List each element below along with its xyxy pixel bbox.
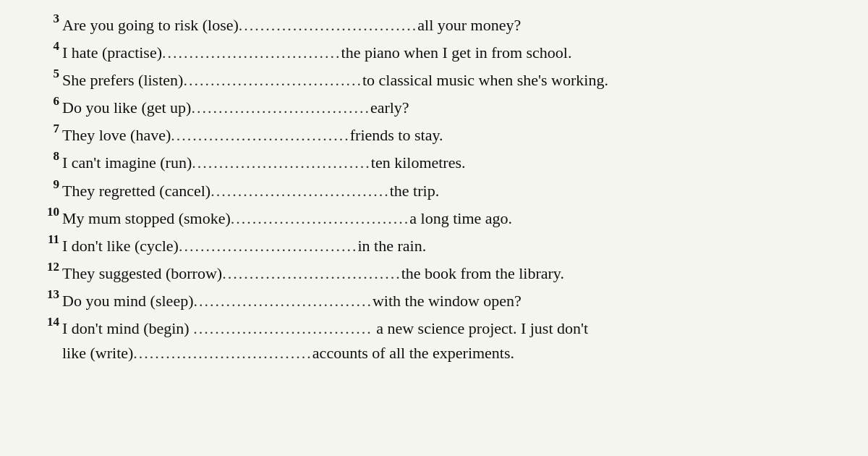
item-14-cont-after: accounts of all the experiments. [312, 344, 514, 363]
item-before: My mum stopped (smoke) [62, 209, 231, 227]
item-before: She prefers (listen) [62, 71, 183, 89]
item-after: the book from the library. [401, 264, 564, 282]
item-after: to classical music when she's working. [362, 71, 608, 89]
item-number: 13 [36, 287, 62, 300]
item-dots: ................................. [222, 264, 401, 282]
item-dots: ................................. [231, 209, 410, 227]
exercise-page: 3Are you going to risk (lose)...........… [0, 0, 868, 456]
item-before: They love (have) [62, 126, 171, 144]
item-dots: ................................. [192, 153, 371, 172]
item-number: 10 [36, 204, 62, 218]
item-after: in the rain. [357, 237, 426, 255]
item-number: 9 [36, 177, 62, 190]
list-item: 7They love (have).......................… [36, 123, 839, 148]
item-before: Do you mind (sleep) [62, 292, 193, 310]
item-before: They suggested (borrow) [62, 264, 222, 282]
item-dots: ................................. [162, 43, 341, 62]
item-after: early? [370, 98, 409, 117]
item-before: They regretted (cancel) [62, 182, 210, 200]
item-number: 5 [36, 66, 62, 80]
item-after: the piano when I get in from school. [341, 43, 572, 62]
item-content: Do you like (get up)....................… [62, 96, 839, 120]
item-content: They love (have)........................… [62, 123, 839, 148]
list-item: 9They regretted (cancel)................… [36, 179, 839, 203]
item-number: 4 [36, 38, 62, 52]
item-content: They suggested (borrow).................… [62, 261, 839, 286]
list-item: 6Do you like (get up)...................… [36, 96, 839, 120]
list-item: 8I can't imagine (run)..................… [36, 151, 839, 175]
item-before: I hate (practise) [62, 43, 162, 62]
item-14-after: a new science project. I just don't [376, 319, 588, 337]
item-number: 7 [36, 121, 62, 135]
item-content: My mum stopped (smoke)..................… [62, 206, 839, 231]
item-before: Do you like (get up) [62, 98, 191, 117]
list-item: 4I hate (practise)......................… [36, 41, 839, 65]
item-before: I can't imagine (run) [62, 153, 192, 172]
list-item: 11I don't like (cycle)..................… [36, 234, 839, 258]
item-14-cont-dots: ................................. [133, 344, 312, 363]
item-number: 3 [36, 11, 62, 25]
item-14-before: I don't mind (begin) [62, 319, 190, 337]
item-dots: ................................. [179, 237, 358, 255]
item-14-continuation: like (write) ...........................… [36, 344, 839, 363]
item-after: ten kilometres. [371, 153, 466, 172]
item-dots: ................................. [171, 126, 350, 144]
item-content: I can't imagine (run)...................… [62, 151, 839, 175]
item-number: 12 [36, 259, 62, 273]
item-content: I hate (practise).......................… [62, 41, 839, 65]
item-after: all your money? [417, 16, 521, 34]
item-content: She prefers (listen)....................… [62, 68, 839, 93]
list-item: 14 I don't mind (begin) ................… [36, 316, 839, 341]
item-content: Do you mind (sleep).....................… [62, 289, 839, 313]
item-after: the trip. [390, 182, 439, 200]
list-item: 5She prefers (listen)...................… [36, 68, 839, 93]
item-after: a long time ago. [409, 209, 512, 227]
item-after: friends to stay. [350, 126, 443, 144]
item-number: 6 [36, 93, 62, 107]
item-dots: ................................. [210, 182, 390, 200]
item-number: 8 [36, 148, 62, 162]
list-item: 10My mum stopped (smoke)................… [36, 206, 839, 231]
item-dots: ................................. [183, 71, 362, 89]
list-item: 12They suggested (borrow)...............… [36, 261, 839, 286]
item-content: I don't like (cycle)....................… [62, 234, 839, 258]
item-dots: ................................. [193, 292, 373, 310]
item-number-14: 14 [36, 314, 62, 328]
item-14-content: I don't mind (begin) ...................… [62, 316, 839, 341]
item-14-cont-before: like (write) [62, 344, 133, 363]
list-item: 3Are you going to risk (lose)...........… [36, 13, 839, 38]
item-dots: ................................. [191, 98, 370, 117]
item-content: They regretted (cancel).................… [62, 179, 839, 203]
item-before: Are you going to risk (lose) [62, 16, 239, 34]
item-number: 11 [36, 232, 62, 245]
item-dots: ................................. [239, 16, 418, 34]
item-before: I don't like (cycle) [62, 237, 179, 255]
list-item: 13Do you mind (sleep)...................… [36, 289, 839, 313]
item-14-dots: ................................. [193, 319, 373, 337]
item-content: Are you going to risk (lose)............… [62, 13, 839, 38]
item-after: with the window open? [373, 292, 522, 310]
